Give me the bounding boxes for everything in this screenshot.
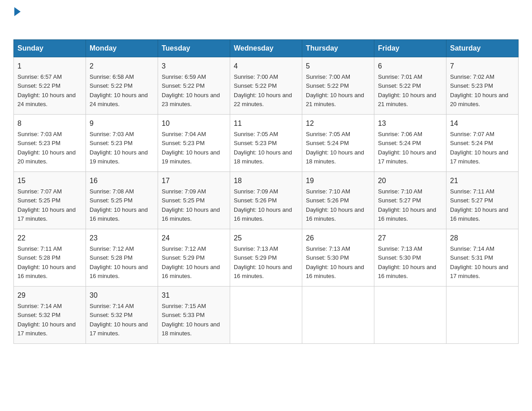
calendar-cell: 2 Sunrise: 6:58 AMSunset: 5:22 PMDayligh… [86,57,158,115]
weekday-header-row: SundayMondayTuesdayWednesdayThursdayFrid… [14,40,519,57]
calendar-cell: 16 Sunrise: 7:08 AMSunset: 5:25 PMDaylig… [86,172,158,229]
calendar-cell: 1 Sunrise: 6:57 AMSunset: 5:22 PMDayligh… [14,57,86,115]
day-info: Sunrise: 6:58 AMSunset: 5:22 PMDaylight:… [90,73,148,107]
calendar-cell [230,287,302,344]
day-info: Sunrise: 7:12 AMSunset: 5:28 PMDaylight:… [90,245,148,279]
day-number: 25 [234,233,298,244]
day-info: Sunrise: 7:14 AMSunset: 5:32 PMDaylight:… [90,303,148,337]
day-info: Sunrise: 7:14 AMSunset: 5:31 PMDaylight:… [450,245,508,279]
calendar-cell: 28 Sunrise: 7:14 AMSunset: 5:31 PMDaylig… [446,229,519,287]
day-number: 22 [17,233,82,244]
calendar-cell: 12 Sunrise: 7:05 AMSunset: 5:24 PMDaylig… [302,115,374,172]
day-number: 1 [17,61,82,72]
day-info: Sunrise: 7:14 AMSunset: 5:32 PMDaylight:… [17,303,76,337]
day-info: Sunrise: 7:07 AMSunset: 5:25 PMDaylight:… [17,188,76,222]
day-info: Sunrise: 7:13 AMSunset: 5:29 PMDaylight:… [234,245,292,279]
day-info: Sunrise: 7:09 AMSunset: 5:26 PMDaylight:… [234,188,292,222]
page-header [13,9,519,30]
day-number: 21 [450,176,515,186]
day-number: 15 [17,176,82,186]
day-info: Sunrise: 7:13 AMSunset: 5:30 PMDaylight:… [306,245,364,279]
logo [13,9,21,30]
day-number: 11 [234,118,298,129]
day-info: Sunrise: 7:02 AMSunset: 5:23 PMDaylight:… [450,73,508,107]
calendar-cell: 26 Sunrise: 7:13 AMSunset: 5:30 PMDaylig… [302,229,374,287]
day-number: 5 [306,61,370,72]
day-number: 17 [162,176,226,186]
calendar-cell: 8 Sunrise: 7:03 AMSunset: 5:23 PMDayligh… [14,115,86,172]
calendar-week-row: 22 Sunrise: 7:11 AMSunset: 5:28 PMDaylig… [14,229,519,287]
day-info: Sunrise: 7:05 AMSunset: 5:24 PMDaylight:… [306,131,364,165]
calendar-cell: 7 Sunrise: 7:02 AMSunset: 5:23 PMDayligh… [446,57,519,115]
calendar-cell: 3 Sunrise: 6:59 AMSunset: 5:22 PMDayligh… [158,57,230,115]
day-info: Sunrise: 7:12 AMSunset: 5:29 PMDaylight:… [162,245,220,279]
calendar-cell: 15 Sunrise: 7:07 AMSunset: 5:25 PMDaylig… [14,172,86,229]
calendar-cell: 25 Sunrise: 7:13 AMSunset: 5:29 PMDaylig… [230,229,302,287]
calendar-cell: 21 Sunrise: 7:11 AMSunset: 5:27 PMDaylig… [446,172,519,229]
day-info: Sunrise: 7:04 AMSunset: 5:23 PMDaylight:… [162,131,220,165]
calendar-cell: 30 Sunrise: 7:14 AMSunset: 5:32 PMDaylig… [86,287,158,344]
day-number: 23 [90,233,154,244]
day-info: Sunrise: 7:07 AMSunset: 5:24 PMDaylight:… [450,131,508,165]
calendar-cell: 17 Sunrise: 7:09 AMSunset: 5:25 PMDaylig… [158,172,230,229]
day-info: Sunrise: 7:05 AMSunset: 5:23 PMDaylight:… [234,131,292,165]
day-number: 30 [90,290,154,301]
day-info: Sunrise: 6:57 AMSunset: 5:22 PMDaylight:… [17,73,76,107]
day-number: 31 [162,290,226,301]
calendar-week-row: 1 Sunrise: 6:57 AMSunset: 5:22 PMDayligh… [14,57,519,115]
day-number: 12 [306,118,370,129]
weekday-header-tuesday: Tuesday [158,40,230,57]
calendar-week-row: 29 Sunrise: 7:14 AMSunset: 5:32 PMDaylig… [14,287,519,344]
day-number: 27 [378,233,442,244]
day-info: Sunrise: 7:10 AMSunset: 5:26 PMDaylight:… [306,188,364,222]
calendar-cell: 13 Sunrise: 7:06 AMSunset: 5:24 PMDaylig… [374,115,446,172]
calendar-cell [302,287,374,344]
weekday-header-sunday: Sunday [14,40,86,57]
calendar-cell: 11 Sunrise: 7:05 AMSunset: 5:23 PMDaylig… [230,115,302,172]
calendar-cell: 29 Sunrise: 7:14 AMSunset: 5:32 PMDaylig… [14,287,86,344]
calendar-cell: 14 Sunrise: 7:07 AMSunset: 5:24 PMDaylig… [446,115,519,172]
day-number: 4 [234,61,298,72]
day-number: 7 [450,61,515,72]
weekday-header-thursday: Thursday [302,40,374,57]
day-info: Sunrise: 7:00 AMSunset: 5:22 PMDaylight:… [234,73,292,107]
day-info: Sunrise: 7:09 AMSunset: 5:25 PMDaylight:… [162,188,220,222]
day-number: 14 [450,118,515,129]
calendar-week-row: 15 Sunrise: 7:07 AMSunset: 5:25 PMDaylig… [14,172,519,229]
weekday-header-friday: Friday [374,40,446,57]
calendar-cell: 24 Sunrise: 7:12 AMSunset: 5:29 PMDaylig… [158,229,230,287]
calendar-cell: 10 Sunrise: 7:04 AMSunset: 5:23 PMDaylig… [158,115,230,172]
calendar-cell: 5 Sunrise: 7:00 AMSunset: 5:22 PMDayligh… [302,57,374,115]
day-info: Sunrise: 6:59 AMSunset: 5:22 PMDaylight:… [162,73,220,107]
calendar-cell: 20 Sunrise: 7:10 AMSunset: 5:27 PMDaylig… [374,172,446,229]
day-number: 19 [306,176,370,186]
weekday-header-wednesday: Wednesday [230,40,302,57]
calendar-cell: 19 Sunrise: 7:10 AMSunset: 5:26 PMDaylig… [302,172,374,229]
calendar-week-row: 8 Sunrise: 7:03 AMSunset: 5:23 PMDayligh… [14,115,519,172]
day-info: Sunrise: 7:03 AMSunset: 5:23 PMDaylight:… [90,131,148,165]
day-number: 3 [162,61,226,72]
day-number: 9 [90,118,154,129]
day-number: 16 [90,176,154,186]
day-number: 26 [306,233,370,244]
calendar-cell [374,287,446,344]
day-number: 8 [17,118,82,129]
calendar-cell: 4 Sunrise: 7:00 AMSunset: 5:22 PMDayligh… [230,57,302,115]
day-info: Sunrise: 7:11 AMSunset: 5:28 PMDaylight:… [17,245,76,279]
calendar-cell: 18 Sunrise: 7:09 AMSunset: 5:26 PMDaylig… [230,172,302,229]
calendar-cell: 9 Sunrise: 7:03 AMSunset: 5:23 PMDayligh… [86,115,158,172]
day-info: Sunrise: 7:11 AMSunset: 5:27 PMDaylight:… [450,188,508,222]
weekday-header-saturday: Saturday [446,40,519,57]
calendar-cell: 27 Sunrise: 7:13 AMSunset: 5:30 PMDaylig… [374,229,446,287]
day-number: 2 [90,61,154,72]
day-info: Sunrise: 7:03 AMSunset: 5:23 PMDaylight:… [17,131,76,165]
calendar-cell: 6 Sunrise: 7:01 AMSunset: 5:22 PMDayligh… [374,57,446,115]
day-number: 18 [234,176,298,186]
day-info: Sunrise: 7:15 AMSunset: 5:33 PMDaylight:… [162,303,220,337]
day-number: 24 [162,233,226,244]
weekday-header-monday: Monday [86,40,158,57]
day-number: 13 [378,118,442,129]
calendar-cell: 23 Sunrise: 7:12 AMSunset: 5:28 PMDaylig… [86,229,158,287]
logo-arrow-icon [14,7,21,16]
calendar-cell: 31 Sunrise: 7:15 AMSunset: 5:33 PMDaylig… [158,287,230,344]
